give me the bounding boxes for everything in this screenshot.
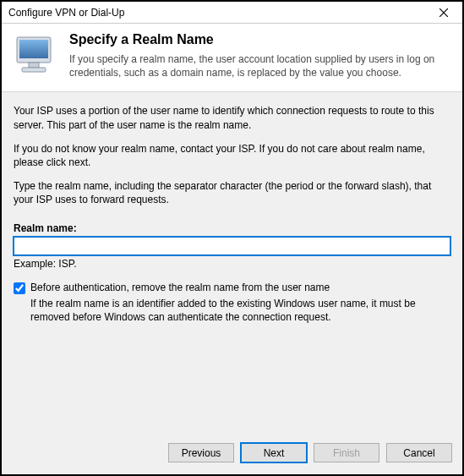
svg-rect-5 xyxy=(22,68,46,72)
close-icon xyxy=(439,8,448,17)
close-button[interactable] xyxy=(427,3,461,23)
computer-monitor-icon xyxy=(12,32,59,79)
wizard-subtext: If you specify a realm name, the user ac… xyxy=(69,52,452,79)
finish-button[interactable]: Finish xyxy=(314,443,379,462)
previous-button[interactable]: Previous xyxy=(168,443,234,462)
svg-rect-4 xyxy=(29,63,39,68)
remove-realm-checkbox-label[interactable]: Before authentication, remove the realm … xyxy=(30,282,330,293)
wizard-heading: Specify a Realm Name xyxy=(69,32,452,47)
next-button[interactable]: Next xyxy=(241,443,307,462)
wizard-body: Your ISP uses a portion of the user name… xyxy=(2,92,462,435)
svg-rect-3 xyxy=(19,40,48,58)
window-title: Configure VPN or Dial-Up xyxy=(8,7,124,19)
header-text: Specify a Realm Name If you specify a re… xyxy=(69,32,452,79)
wizard-window: Configure VPN or Dial-Up xyxy=(0,0,464,476)
realm-name-input[interactable] xyxy=(14,237,450,255)
wizard-header: Specify a Realm Name If you specify a re… xyxy=(2,24,462,92)
realm-name-label: Realm name: xyxy=(14,222,450,234)
realm-name-example: Example: ISP. xyxy=(14,258,450,270)
titlebar: Configure VPN or Dial-Up xyxy=(2,2,462,24)
wizard-footer: Previous Next Finish Cancel xyxy=(2,435,462,474)
body-paragraph-2: If you do not know your realm name, cont… xyxy=(14,142,450,169)
remove-realm-checkbox[interactable] xyxy=(14,282,25,294)
body-paragraph-3: Type the realm name, including the separ… xyxy=(14,179,450,206)
remove-realm-help-text: If the realm name is an identifier added… xyxy=(30,297,450,324)
cancel-button[interactable]: Cancel xyxy=(386,443,452,462)
body-paragraph-1: Your ISP uses a portion of the user name… xyxy=(14,104,450,131)
